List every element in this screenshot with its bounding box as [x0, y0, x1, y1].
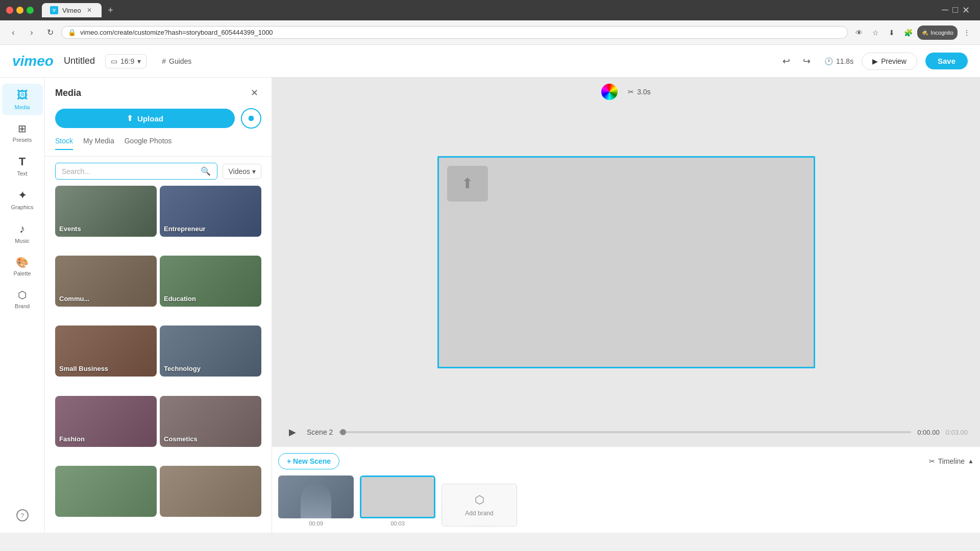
sidebar-item-presets[interactable]: ⊞ Presets: [2, 117, 43, 148]
address-bar[interactable]: 🔒 vimeo.com/create/customize?hash=storyb…: [61, 26, 848, 39]
download-icon[interactable]: ⬇: [885, 26, 899, 40]
aspect-ratio-dropdown[interactable]: ▭ 16:9 ▾: [105, 54, 146, 68]
videos-label: Videos: [228, 167, 250, 176]
category-tile-technology[interactable]: Technology: [160, 325, 261, 377]
sidebar-item-music[interactable]: ♪ Music: [2, 217, 43, 249]
play-button[interactable]: ▶: [284, 424, 301, 440]
camera-record-btn[interactable]: ⏺: [241, 108, 261, 129]
category-label-fashion: Fashion: [59, 435, 85, 443]
redo-btn[interactable]: ↪: [798, 52, 816, 70]
tab-title: Vimeo: [62, 7, 81, 14]
category-tile-education[interactable]: Education: [160, 256, 261, 307]
sidebar-item-palette[interactable]: 🎨 Palette: [2, 251, 43, 282]
window-minimize-icon[interactable]: ─: [942, 5, 948, 16]
upload-icon: ⬆: [127, 114, 133, 123]
category-tile-community[interactable]: Commu...: [55, 256, 157, 307]
sidebar-brand-label: Brand: [15, 303, 30, 309]
sidebar-item-text[interactable]: T Text: [2, 150, 43, 182]
search-box[interactable]: 🔍: [55, 163, 217, 180]
upload-button[interactable]: ⬆ Upload: [55, 109, 235, 128]
music-icon: ♪: [19, 222, 25, 236]
undo-btn[interactable]: ↩: [777, 52, 796, 70]
scene-thumb-2[interactable]: 00:03: [360, 475, 435, 527]
timeline-area: + New Scene ✂ Timeline ▲ 00:09: [272, 446, 980, 533]
minimize-browser-btn[interactable]: [16, 7, 23, 14]
extension-icon[interactable]: 🧩: [901, 26, 915, 40]
scene-controls: ▶ Scene 2 0:00.00 0:03.00: [272, 418, 980, 446]
window-close-icon[interactable]: ✕: [962, 5, 970, 16]
upload-label: Upload: [137, 114, 163, 123]
sidebar-palette-label: Palette: [13, 270, 31, 277]
add-brand-btn[interactable]: ⬡ Add brand: [442, 484, 517, 527]
tab-stock[interactable]: Stock: [55, 137, 73, 150]
tab-close-btn[interactable]: ✕: [85, 6, 93, 14]
playhead[interactable]: [340, 429, 346, 435]
security-icon: 🔒: [68, 29, 76, 36]
scissors-duration-btn[interactable]: ✂ 3.0s: [628, 88, 650, 96]
category-tile-cosmetics[interactable]: Cosmetics: [160, 396, 261, 447]
category-label-cosmetics: Cosmetics: [164, 435, 198, 443]
category-tile-small-business[interactable]: Small Business: [55, 325, 157, 377]
aspect-ratio-icon: ▭: [111, 57, 117, 65]
category-tile-extra-1[interactable]: [55, 466, 157, 517]
chevron-up-icon: ▲: [968, 458, 974, 465]
window-maximize-icon[interactable]: □: [952, 5, 958, 16]
project-title[interactable]: Untitled: [64, 56, 95, 66]
maximize-browser-btn[interactable]: [27, 7, 34, 14]
forward-btn[interactable]: ›: [24, 26, 39, 40]
media-panel-title: Media: [55, 88, 81, 98]
tab-my-media[interactable]: My Media: [83, 137, 114, 150]
close-media-panel-btn[interactable]: ✕: [247, 86, 261, 100]
new-tab-btn[interactable]: +: [104, 3, 118, 17]
close-browser-btn[interactable]: [6, 7, 13, 14]
sidebar-item-graphics[interactable]: ✦ Graphics: [2, 184, 43, 215]
scene-duration: 3.0s: [637, 88, 650, 96]
sidebar-item-media[interactable]: 🖼 Media: [2, 84, 43, 115]
save-button[interactable]: Save: [925, 53, 968, 69]
upload-placeholder-icon: ⬆: [461, 175, 473, 192]
media-icon: 🖼: [17, 89, 28, 102]
app-header: vimeo Untitled ▭ 16:9 ▾ # Guides ↩ ↪ 🕐 1…: [0, 45, 980, 78]
canvas-toolbar: ✂ 3.0s: [272, 78, 980, 106]
guides-button[interactable]: # Guides: [157, 55, 197, 68]
sidebar-item-brand[interactable]: ⬡ Brand: [2, 284, 43, 314]
timeline-toggle-btn[interactable]: ✂ Timeline ▲: [929, 457, 974, 465]
category-label-technology: Technology: [164, 365, 201, 372]
add-brand-label: Add brand: [465, 510, 493, 517]
category-tile-events[interactable]: Events: [55, 186, 157, 237]
browser-tab[interactable]: V Vimeo ✕: [42, 3, 102, 17]
clock-icon: 🕐: [824, 57, 833, 65]
scene-thumb-1[interactable]: 00:09: [278, 475, 354, 527]
media-panel: Media ✕ ⬆ Upload ⏺ Stock My Media Google…: [45, 78, 272, 533]
category-tile-extra-2[interactable]: [160, 466, 261, 517]
scenes-row: 00:09 00:03 ⬡ Add brand: [278, 475, 974, 527]
chevron-down-icon: ▾: [252, 167, 256, 176]
sidebar-media-label: Media: [15, 104, 30, 110]
new-scene-button[interactable]: + New Scene: [278, 453, 339, 469]
category-tile-entrepreneur[interactable]: Entrepreneur: [160, 186, 261, 237]
incognito-label: Incognito: [930, 30, 953, 36]
category-tile-fashion[interactable]: Fashion: [55, 396, 157, 447]
tab-google-photos[interactable]: Google Photos: [125, 137, 172, 150]
preview-label: Preview: [881, 57, 906, 65]
scene-progress-bar[interactable]: [339, 431, 911, 433]
vimeo-logo: vimeo: [12, 53, 54, 69]
play-icon: ▶: [872, 57, 878, 65]
sidebar-text-label: Text: [17, 170, 27, 177]
preview-button[interactable]: ▶ Preview: [862, 53, 917, 70]
palette-icon: 🎨: [16, 256, 29, 268]
search-input[interactable]: [62, 167, 197, 176]
canvas-area[interactable]: ⬆: [272, 106, 980, 418]
menu-icon[interactable]: ⋮: [960, 26, 974, 40]
reader-mode-icon[interactable]: 👁: [852, 26, 866, 40]
color-wheel-btn[interactable]: [601, 84, 618, 100]
time-current: 0:00.00: [917, 429, 939, 436]
media-type-dropdown[interactable]: Videos ▾: [223, 164, 261, 179]
guides-label: Guides: [169, 57, 191, 65]
sidebar-help-btn[interactable]: ?: [2, 504, 43, 527]
back-btn[interactable]: ‹: [6, 26, 20, 40]
bookmark-icon[interactable]: ☆: [868, 26, 883, 40]
refresh-btn[interactable]: ↻: [43, 26, 57, 40]
scene-1-time: 00:09: [278, 520, 354, 527]
search-icon: 🔍: [201, 166, 211, 176]
